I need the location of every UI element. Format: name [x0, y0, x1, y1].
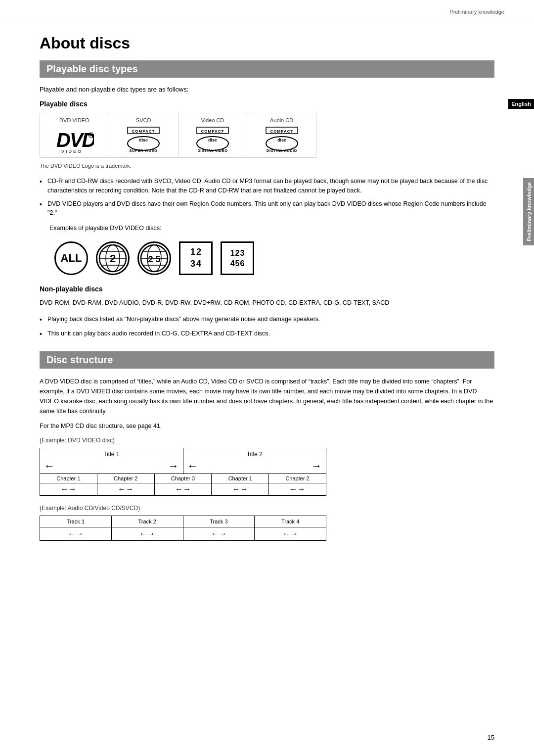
region-1234: 12 34 [179, 241, 213, 275]
cd-track4: Track 4 [255, 516, 326, 527]
non-playable-bullets: • Playing back discs listed as "Non-play… [40, 315, 494, 339]
svg-text:DIGITAL AUDIO: DIGITAL AUDIO [267, 148, 297, 153]
dvd-title1-label: Title 1 [40, 448, 183, 459]
svg-text:2 5: 2 5 [148, 254, 160, 264]
vcd-logo: COMPACT disc DIGITAL VIDEO [185, 126, 240, 153]
bullet-text-1: CD-R and CD-RW discs recorded with SVCD,… [47, 177, 494, 195]
bullet-text-2: DVD VIDEO players and DVD discs have the… [47, 199, 494, 218]
dvd-example-label: (Example: DVD VIDEO disc) [40, 437, 494, 444]
svg-text:DVD: DVD [56, 129, 94, 151]
vcd-cell: Video CD COMPACT disc DIGITAL VIDEO [178, 113, 247, 158]
disc-logos-table: DVD VIDEO DVD VIDEO TM SVCD [40, 113, 316, 158]
svcd-logo: COMPACT disc SUPER VIDEO [116, 126, 171, 153]
section2: Disc structure A DVD VIDEO disc is compr… [40, 351, 494, 541]
region-2-globe: 2 [96, 241, 130, 275]
header-bar: Preliminary knowledge [0, 0, 534, 19]
dvd-ch4: Chapter 1 [212, 474, 269, 483]
vcd-logo-svg: COMPACT disc DIGITAL VIDEO [193, 126, 232, 153]
svg-text:DIGITAL VIDEO: DIGITAL VIDEO [197, 148, 227, 153]
cd-track-arrows: ←→ ←→ ←→ ←→ [40, 527, 326, 540]
dvd-title2-half: Title 2 ← → [183, 448, 326, 473]
non-playable-title: Non-playable discs [40, 285, 494, 293]
dvd-title1-half: Title 1 ← → [40, 448, 183, 473]
mp3-ref: For the MP3 CD disc structure, see page … [40, 421, 494, 431]
dvd-video-cell: DVD VIDEO DVD VIDEO TM [40, 113, 109, 158]
cd-arr2: ←→ [112, 527, 183, 540]
region-25-globe-svg: 2 5 [139, 243, 170, 274]
bullet-item-2: • DVD VIDEO players and DVD discs have t… [40, 199, 494, 218]
svg-text:COMPACT: COMPACT [132, 129, 155, 134]
dvd-title2-arrows: ← → [183, 459, 326, 473]
section1-header: Playable disc types [40, 60, 494, 78]
dvd-ch1: Chapter 1 [40, 474, 97, 483]
section-label: Preliminary knowledge [449, 9, 504, 15]
svg-text:COMPACT: COMPACT [201, 129, 224, 134]
vcd-label: Video CD [185, 117, 240, 123]
non-playable-bullet-2: • This unit can play back audio recorded… [40, 329, 494, 339]
dvd-ch-arr3: ←→ [155, 483, 212, 495]
svg-text:disc: disc [208, 138, 217, 142]
svcd-logo-svg: COMPACT disc SUPER VIDEO [124, 126, 163, 153]
region-123456: 123 456 [221, 241, 254, 275]
page-title: About discs [40, 34, 494, 52]
svg-text:COMPACT: COMPACT [270, 129, 293, 134]
dvd-ch-arr2: ←→ [97, 483, 155, 495]
non-playable-list: DVD-ROM, DVD-RAM, DVD AUDIO, DVD-R, DVD-… [40, 298, 494, 308]
cd-track3: Track 3 [183, 516, 255, 527]
page-number: 15 [488, 734, 494, 741]
dvd-video-label: DVD VIDEO [47, 117, 102, 123]
disc-structure-body: A DVD VIDEO disc is comprised of “titles… [40, 377, 494, 416]
playable-bullets: • CD-R and CD-RW discs recorded with SVC… [40, 177, 494, 218]
cd-diagram: Track 1 Track 2 Track 3 Track 4 ←→ ←→ ←→… [40, 516, 326, 541]
dvd-title1-arrows: ← → [40, 459, 183, 473]
cd-tracks: Track 1 Track 2 Track 3 Track 4 [40, 516, 326, 527]
region-25-globe: 2 5 [137, 241, 171, 275]
audiocd-logo: COMPACT disc DIGITAL AUDIO [254, 126, 309, 153]
bullet-item-1: • CD-R and CD-RW discs recorded with SVC… [40, 177, 494, 195]
main-content: About discs Playable disc types Playable… [0, 19, 534, 563]
prelim-knowledge-tab: Preliminary knowledge [523, 178, 534, 245]
svg-text:2: 2 [110, 252, 116, 265]
cd-track2: Track 2 [112, 516, 183, 527]
section2-header: Disc structure [40, 351, 494, 369]
dvd-ch2: Chapter 2 [97, 474, 155, 483]
bullet-dot-1: • [40, 177, 47, 195]
dvd-diagram: Title 1 ← → Title 2 ← → [40, 448, 326, 496]
dvd-ch-arrows: ←→ ←→ ←→ ←→ ←→ [40, 483, 326, 495]
dvd-logo: DVD VIDEO TM [47, 126, 102, 153]
dvd-ch3: Chapter 3 [155, 474, 212, 483]
cd-track1: Track 1 [40, 516, 112, 527]
non-playable-bullet-1: • Playing back discs listed as "Non-play… [40, 315, 494, 325]
cd-example-label: (Example: Audio CD/Video CD/SVCD) [40, 505, 494, 512]
svg-text:disc: disc [277, 138, 286, 142]
region-codes: ALL 2 [54, 241, 494, 275]
svg-text:TM: TM [89, 134, 94, 137]
non-playable-bullet-text-1: Playing back discs listed as "Non-playab… [47, 315, 494, 325]
svg-text:disc: disc [139, 138, 148, 142]
audiocd-cell: Audio CD COMPACT disc DIGITAL AUDIO [247, 113, 316, 158]
cd-arr4: ←→ [255, 527, 326, 540]
cd-arr1: ←→ [40, 527, 112, 540]
playable-discs-title: Playable discs [40, 100, 494, 108]
dvd-chapters: Chapter 1 Chapter 2 Chapter 3 Chapter 1 … [40, 473, 326, 483]
cd-arr3: ←→ [183, 527, 255, 540]
intro-text: Playable and non-playable disc types are… [40, 86, 494, 93]
region-2-globe-svg: 2 [97, 243, 128, 274]
dvd-title-section: Title 1 ← → Title 2 ← → [40, 448, 326, 473]
examples-label: Examples of playable DVD VIDEO discs: [40, 225, 494, 232]
dvd-ch-arr5: ←→ [269, 483, 326, 495]
non-playable-bullet-text-2: This unit can play back audio recorded i… [47, 329, 494, 339]
bullet-dot-2: • [40, 199, 47, 218]
english-badge: English [508, 99, 534, 109]
dvd-logo-svg: DVD VIDEO TM [54, 126, 94, 153]
audiocd-label: Audio CD [254, 117, 309, 123]
page-container: Preliminary knowledge English Preliminar… [0, 0, 534, 756]
svg-text:VIDEO: VIDEO [61, 149, 83, 153]
audiocd-logo-svg: COMPACT disc DIGITAL AUDIO [262, 126, 302, 153]
region-all: ALL [54, 241, 88, 275]
dvd-ch5: Chapter 2 [269, 474, 326, 483]
dvd-title2-label: Title 2 [183, 448, 326, 459]
trademark-text: The DVD VIDEO Logo is a trademark. [40, 163, 494, 169]
svcd-label: SVCD [116, 117, 171, 123]
svcd-cell: SVCD COMPACT disc SUPER VIDEO [109, 113, 178, 158]
